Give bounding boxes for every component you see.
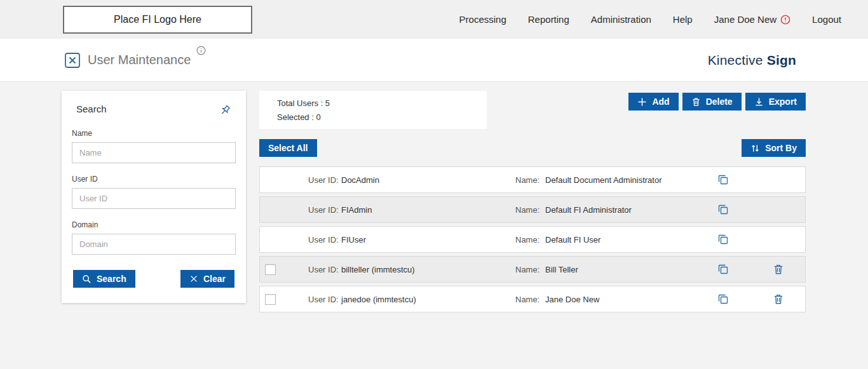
brand-product: Sign	[767, 53, 796, 67]
fi-logo-placeholder: Place FI Logo Here	[63, 6, 252, 34]
delete-button[interactable]: Delete	[682, 93, 742, 111]
name-field-group: Name	[72, 129, 236, 163]
user-id-value: janedoe (immtestcu)	[341, 295, 515, 304]
clear-icon	[189, 274, 198, 283]
sort-icon	[750, 144, 760, 153]
copy-icon[interactable]	[717, 203, 729, 216]
user-row: User ID: FIUser Name: Default FI User	[259, 226, 806, 253]
user-id-label: User ID:	[308, 235, 341, 245]
current-user-name: Jane Doe New	[714, 14, 776, 25]
nav-reporting[interactable]: Reporting	[528, 14, 569, 25]
totals-box: Total Users : 5 Selected : 0	[259, 91, 487, 129]
page-header: User Maintenance Kinective Sign	[0, 39, 868, 82]
user-id-label: User ID:	[308, 175, 341, 185]
total-users-text: Total Users : 5	[277, 98, 469, 108]
nav-help[interactable]: Help	[673, 14, 693, 25]
add-icon	[637, 97, 647, 107]
copy-icon[interactable]	[717, 233, 729, 246]
copy-icon[interactable]	[717, 173, 729, 186]
search-panel-title: Search	[76, 104, 107, 114]
name-value: Default Document Administrator	[545, 175, 695, 185]
list-actions: Add Delete	[628, 93, 806, 111]
delete-user-icon[interactable]	[773, 293, 784, 305]
export-button-label: Export	[769, 97, 797, 107]
nav-current-user[interactable]: Jane Doe New	[714, 14, 790, 25]
brand-logo: Kinective Sign	[708, 53, 796, 68]
top-nav: Processing Reporting Administration Help…	[459, 14, 841, 25]
user-row: User ID: janedoe (immtestcu) Name: Jane …	[259, 286, 806, 312]
domain-input[interactable]	[72, 234, 236, 255]
name-value: Default FI Administrator	[545, 205, 695, 215]
delete-user-icon[interactable]	[773, 264, 784, 275]
clear-button[interactable]: Clear	[180, 270, 234, 288]
copy-icon[interactable]	[717, 293, 729, 305]
page-title: User Maintenance	[88, 53, 191, 67]
user-id-label: User ID:	[308, 205, 341, 215]
name-label: Name:	[515, 205, 545, 215]
export-icon	[754, 97, 764, 107]
user-id-value: FIAdmin	[341, 205, 515, 215]
add-button-label: Add	[652, 97, 669, 107]
user-checkbox[interactable]	[265, 294, 276, 305]
user-row: User ID: FIAdmin Name: Default FI Admini…	[259, 196, 806, 223]
sort-by-button[interactable]: Sort By	[742, 139, 806, 157]
copy-icon[interactable]	[717, 263, 729, 276]
search-button-label: Search	[97, 274, 126, 284]
info-icon[interactable]	[196, 46, 206, 55]
select-all-label: Select All	[268, 143, 308, 153]
sort-by-label: Sort By	[765, 143, 797, 153]
user-id-label: User ID:	[308, 265, 341, 274]
pin-icon[interactable]	[218, 104, 232, 117]
selected-count-text: Selected : 0	[277, 112, 469, 122]
nav-logout[interactable]: Logout	[812, 14, 841, 25]
user-id-value: billteller (immtestcu)	[341, 265, 515, 274]
search-button[interactable]: Search	[73, 270, 135, 288]
name-value: Default FI User	[545, 235, 695, 245]
search-panel: Search Name User ID Domain	[62, 91, 246, 303]
name-value: Bill Teller	[545, 265, 695, 274]
name-label: Name:	[515, 265, 545, 274]
main-content: Search Name User ID Domain	[0, 82, 868, 316]
user-row: User ID: billteller (immtestcu) Name: Bi…	[259, 256, 806, 283]
user-row: User ID: DocAdmin Name: Default Document…	[259, 166, 806, 193]
user-maintenance-icon	[64, 52, 81, 69]
delete-button-label: Delete	[706, 97, 733, 107]
user-checkbox[interactable]	[265, 264, 276, 275]
clear-button-label: Clear	[203, 274, 226, 284]
name-label: Name:	[515, 235, 545, 245]
export-button[interactable]: Export	[745, 93, 806, 111]
add-button[interactable]: Add	[628, 93, 678, 111]
user-id-value: DocAdmin	[341, 175, 515, 185]
fi-logo-text: Place FI Logo Here	[114, 14, 201, 25]
name-field-label: Name	[72, 129, 236, 138]
user-id-field-label: User ID	[72, 175, 236, 184]
delete-icon	[691, 97, 701, 107]
user-id-field-group: User ID	[72, 175, 236, 209]
domain-field-label: Domain	[72, 220, 236, 229]
user-list-section: Total Users : 5 Selected : 0 Add	[259, 91, 806, 316]
brand-name: Kinective	[708, 53, 763, 67]
user-list: User ID: DocAdmin Name: Default Document…	[259, 166, 806, 312]
top-header: Place FI Logo Here Processing Reporting …	[0, 0, 868, 39]
nav-administration[interactable]: Administration	[591, 14, 651, 25]
user-id-value: FIUser	[341, 235, 515, 245]
name-label: Name:	[515, 295, 545, 304]
user-id-input[interactable]	[72, 188, 236, 209]
user-id-label: User ID:	[308, 295, 341, 304]
alert-icon	[780, 15, 790, 25]
domain-field-group: Domain	[72, 220, 236, 255]
name-value: Jane Doe New	[545, 295, 695, 304]
select-all-button[interactable]: Select All	[259, 139, 317, 157]
search-icon	[82, 274, 92, 284]
name-input[interactable]	[72, 142, 236, 163]
nav-processing[interactable]: Processing	[459, 14, 506, 25]
name-label: Name:	[515, 175, 545, 185]
